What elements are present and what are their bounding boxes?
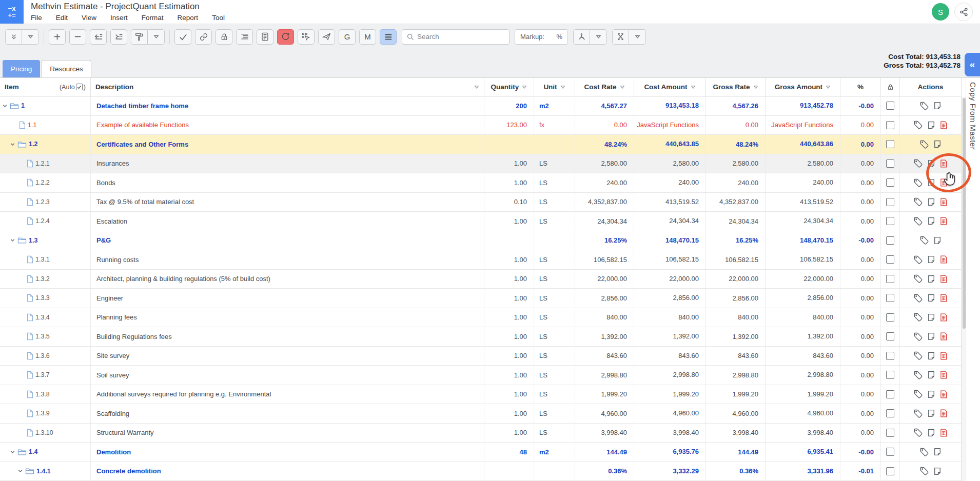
cell-description[interactable]: Insurances: [91, 154, 484, 173]
cell-percent[interactable]: 0.00: [840, 366, 881, 385]
row-checkbox[interactable]: [886, 159, 894, 168]
cell-percent[interactable]: 0.00: [840, 250, 881, 269]
cell-gross-amount[interactable]: 3,331.96: [766, 462, 840, 481]
table-row-1.2.4[interactable]: 1.2.4Escalation1.00LS24,304.3424,304.342…: [0, 212, 962, 231]
worksheet-icon[interactable]: [939, 370, 948, 379]
auto-number-toggle[interactable]: (Auto ): [60, 84, 86, 91]
tab-pricing[interactable]: Pricing: [3, 60, 40, 77]
worksheet-icon[interactable]: [939, 216, 948, 226]
table-row-1.3.10[interactable]: 1.3.10Structural Warranty1.00LS3,998.403…: [0, 424, 962, 443]
table-row-1.3.3[interactable]: 1.3.3Engineer1.00LS2,856.002,856.002,856…: [0, 289, 962, 308]
column-header-gross-amount[interactable]: Gross Amount: [766, 78, 840, 96]
cell-quantity[interactable]: 1.00: [484, 327, 534, 346]
cell-item[interactable]: 1.1: [0, 116, 91, 135]
row-checkbox[interactable]: [886, 140, 894, 148]
row-checkbox[interactable]: [886, 352, 894, 360]
cell-unit[interactable]: [534, 231, 575, 250]
cell-gross-rate[interactable]: 1,999.20: [706, 385, 766, 404]
cell-cost-rate[interactable]: 240.00: [575, 173, 634, 192]
cell-cost-amount[interactable]: 3,998.40: [634, 424, 706, 443]
tag-icon[interactable]: [913, 255, 923, 265]
outdent-button[interactable]: [90, 29, 107, 45]
cell-percent[interactable]: -0.00: [840, 96, 881, 115]
cell-description[interactable]: Example of available Functions: [91, 116, 484, 135]
cell-item[interactable]: 1.3.9: [0, 404, 91, 423]
cell-cost-amount[interactable]: 240.00: [634, 173, 706, 192]
cell-unit[interactable]: m2: [534, 96, 575, 115]
cell-quantity[interactable]: 1.00: [484, 212, 534, 231]
cell-gross-rate[interactable]: 48.24%: [706, 135, 766, 154]
cell-quantity[interactable]: 123.00: [484, 116, 534, 135]
tag-icon[interactable]: [919, 235, 929, 245]
cell-quantity[interactable]: 1.00: [484, 270, 534, 289]
worksheet-icon[interactable]: [939, 178, 948, 187]
cell-percent[interactable]: 0.00: [840, 173, 881, 192]
cell-cost-rate[interactable]: 48.24%: [575, 135, 634, 154]
note-icon[interactable]: [933, 139, 942, 149]
cell-gross-rate[interactable]: 144.49: [706, 443, 766, 462]
cell-gross-rate[interactable]: 240.00: [706, 173, 766, 192]
cell-cost-rate[interactable]: 840.00: [575, 308, 634, 327]
format-painter-dropdown[interactable]: [148, 29, 165, 45]
cell-description[interactable]: Scaffolding: [91, 404, 484, 423]
cell-unit[interactable]: LS: [534, 404, 575, 423]
cell-gross-amount[interactable]: 106,582.15: [766, 250, 840, 269]
cell-gross-rate[interactable]: 4,960.00: [706, 404, 766, 423]
cell-cost-amount[interactable]: 24,304.34: [634, 212, 706, 231]
row-checkbox[interactable]: [886, 178, 894, 187]
share-button[interactable]: [954, 3, 973, 21]
search-input[interactable]: [417, 33, 499, 41]
column-header-lock[interactable]: [881, 78, 900, 96]
filter-arrow-icon[interactable]: [620, 85, 625, 89]
cell-cost-rate[interactable]: 24,304.34: [575, 212, 634, 231]
cell-quantity[interactable]: 1.00: [484, 404, 534, 423]
cell-quantity[interactable]: [484, 462, 534, 481]
cell-quantity[interactable]: [484, 231, 534, 250]
cell-cost-amount[interactable]: 440,643.85: [634, 135, 706, 154]
cell-description[interactable]: Concrete demolition: [91, 462, 484, 481]
table-row-1.4[interactable]: 1.4Demolition48m2144.496,935.76144.496,9…: [0, 443, 962, 462]
tag-icon[interactable]: [913, 332, 923, 342]
cell-quantity[interactable]: 1.00: [484, 308, 534, 327]
table-row-1.3[interactable]: 1.3P&G16.25%148,470.1516.25%148,470.15-0…: [0, 231, 962, 251]
row-checkbox[interactable]: [886, 255, 894, 264]
row-checkbox[interactable]: [886, 121, 894, 129]
lock-button[interactable]: [215, 29, 232, 45]
note-icon[interactable]: [927, 255, 936, 264]
note-icon[interactable]: [933, 447, 942, 456]
chevron-down-icon[interactable]: [2, 103, 8, 109]
cell-cost-rate[interactable]: 144.49: [575, 443, 634, 462]
cell-item[interactable]: 1.3: [0, 231, 91, 250]
worksheet-icon[interactable]: [939, 293, 948, 303]
cell-gross-rate[interactable]: 3,998.40: [706, 424, 766, 443]
tag-icon[interactable]: [913, 312, 923, 322]
chevron-down-icon[interactable]: [10, 449, 15, 455]
folder-icon[interactable]: [25, 467, 34, 475]
cell-gross-amount[interactable]: 913,452.78: [766, 96, 840, 115]
cell-description[interactable]: Building Regulations fees: [91, 327, 484, 346]
tab-resources[interactable]: Resources: [42, 60, 91, 77]
cell-cost-rate[interactable]: 16.25%: [575, 231, 634, 250]
cell-quantity[interactable]: 200: [484, 96, 534, 115]
cell-item[interactable]: 1.3.4: [0, 308, 91, 327]
cell-cost-rate[interactable]: 3,998.40: [575, 424, 634, 443]
cell-cost-rate[interactable]: 2,580.00: [575, 154, 634, 173]
cell-unit[interactable]: LS: [534, 193, 575, 212]
table-row-1.1[interactable]: 1.1Example of available Functions123.00f…: [0, 116, 962, 135]
row-checkbox[interactable]: [886, 198, 894, 206]
cell-gross-amount[interactable]: 148,470.15: [766, 231, 840, 250]
cell-description[interactable]: Running costs: [91, 250, 484, 269]
cell-gross-rate[interactable]: 0.00: [706, 116, 766, 135]
cell-item[interactable]: 1.4: [0, 443, 91, 462]
cell-cost-amount[interactable]: 913,453.18: [634, 96, 706, 115]
cell-cost-rate[interactable]: 106,582.15: [575, 250, 634, 269]
row-checkbox[interactable]: [886, 467, 894, 475]
cell-unit[interactable]: fx: [534, 116, 575, 135]
cell-cost-rate[interactable]: 1,999.20: [575, 385, 634, 404]
cell-percent[interactable]: 0.00: [840, 347, 881, 366]
table-row-1.3.8[interactable]: 1.3.8Additional surveys required for pla…: [0, 385, 962, 405]
cell-description[interactable]: Engineer: [91, 289, 484, 308]
cell-gross-amount[interactable]: 2,856.00: [766, 289, 840, 308]
indent-button[interactable]: [110, 29, 127, 45]
filter-arrow-icon[interactable]: [474, 85, 479, 89]
